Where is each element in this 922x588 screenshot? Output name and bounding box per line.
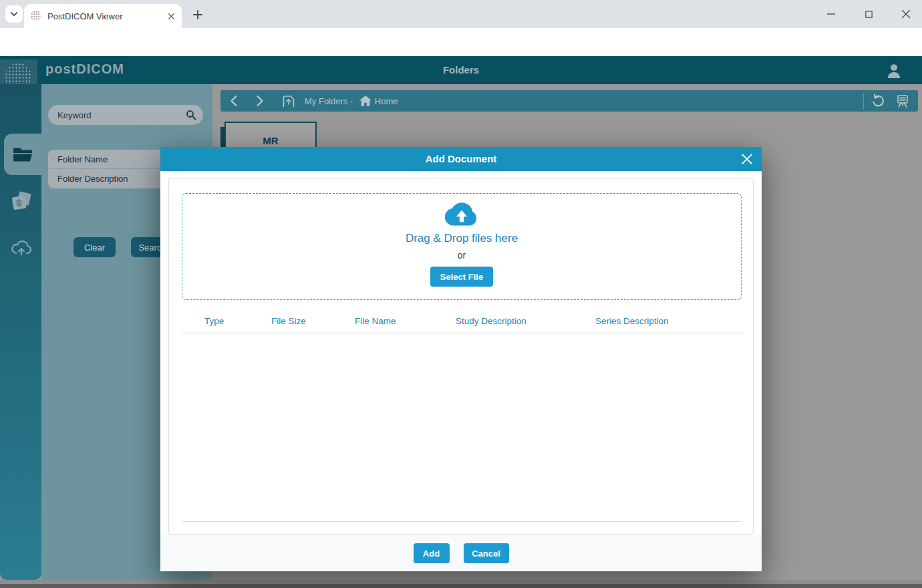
add-button[interactable]: Add	[414, 543, 450, 563]
person-icon	[886, 63, 902, 79]
maximize-icon	[865, 10, 873, 19]
home-icon	[359, 96, 371, 106]
drag-drop-text: Drag & Drop files here	[406, 232, 518, 245]
dialog-header: Add Document	[160, 147, 762, 171]
column-header-study-description: Study Description	[456, 316, 526, 326]
folders-toolbar: My Folders - Home	[220, 90, 918, 112]
clear-button[interactable]: Clear	[73, 237, 116, 257]
app-logo-text: postDICOM	[45, 61, 124, 77]
column-header-file-size: File Size	[271, 316, 306, 326]
dialog-close-button[interactable]	[739, 152, 755, 166]
table-bottom-divider	[182, 521, 742, 522]
folder-card-label: MR	[263, 135, 278, 146]
postdicom-favicon	[31, 11, 41, 21]
chevron-down-icon	[9, 9, 19, 19]
cloud-upload-filled-icon	[444, 202, 480, 227]
window-controls	[822, 4, 915, 24]
plus-icon	[193, 10, 202, 19]
screen: PostDICOM Viewer	[0, 0, 922, 588]
nav-back-button[interactable]	[230, 95, 238, 107]
nav-forward-button[interactable]	[256, 95, 264, 107]
tab-close-icon[interactable]	[168, 13, 175, 20]
dialog-title: Add Document	[160, 147, 762, 171]
image-stack-icon	[9, 190, 33, 214]
film-printer-icon	[895, 94, 910, 108]
table-header-divider	[182, 333, 742, 333]
refresh-button[interactable]	[871, 94, 886, 108]
tab-search-button[interactable]	[5, 5, 23, 23]
refresh-icon	[871, 94, 886, 108]
folder-icon	[12, 146, 33, 163]
breadcrumb-path[interactable]: My Folders -	[305, 96, 355, 106]
toolbar-divider	[863, 93, 864, 109]
move-up-folder-button[interactable]	[281, 94, 296, 108]
new-tab-button[interactable]	[188, 5, 207, 24]
browser-toolbar: Guest	[0, 28, 922, 56]
window-minimize-button[interactable]	[822, 5, 840, 23]
breadcrumb-home[interactable]: Home	[375, 96, 398, 106]
window-close-button[interactable]	[897, 5, 915, 23]
or-text: or	[458, 250, 466, 261]
keyword-search-field[interactable]	[48, 105, 203, 125]
close-icon	[901, 9, 911, 19]
dialog-footer: Add Cancel	[160, 535, 762, 571]
cloud-upload-icon	[9, 237, 33, 258]
cancel-button[interactable]: Cancel	[464, 543, 509, 563]
sidebar-item-folders[interactable]	[4, 134, 41, 175]
search-icon	[186, 110, 196, 120]
browser-tab[interactable]: PostDICOM Viewer	[24, 4, 182, 28]
column-header-series-description: Series Description	[595, 316, 669, 326]
column-header-type: Type	[204, 316, 224, 326]
select-file-button[interactable]: Select File	[430, 267, 493, 287]
drag-drop-zone[interactable]: Drag & Drop files here or Select File	[182, 193, 742, 300]
keyword-input[interactable]	[57, 110, 186, 120]
page-title: Folders	[0, 56, 922, 84]
display-settings-button[interactable]	[895, 94, 910, 108]
user-menu-button[interactable]	[886, 63, 903, 79]
browser-tab-strip: PostDICOM Viewer	[0, 0, 922, 28]
window-maximize-button[interactable]	[859, 5, 878, 23]
tab-title: PostDICOM Viewer	[47, 11, 168, 21]
close-x-icon	[741, 153, 753, 165]
column-header-file-name: File Name	[355, 316, 396, 326]
folder-up-icon	[281, 94, 296, 108]
page-bottom-edge	[0, 584, 922, 588]
minimize-icon	[826, 9, 836, 19]
sidebar-item-upload[interactable]	[9, 235, 33, 259]
upload-panel: Drag & Drop files here or Select File Ty…	[168, 178, 754, 535]
chevron-right-icon	[256, 95, 264, 107]
sidebar-item-studies[interactable]	[9, 190, 33, 214]
chevron-left-icon	[230, 95, 238, 107]
add-document-dialog: Add Document Drag & Drop files here or S…	[160, 147, 762, 571]
